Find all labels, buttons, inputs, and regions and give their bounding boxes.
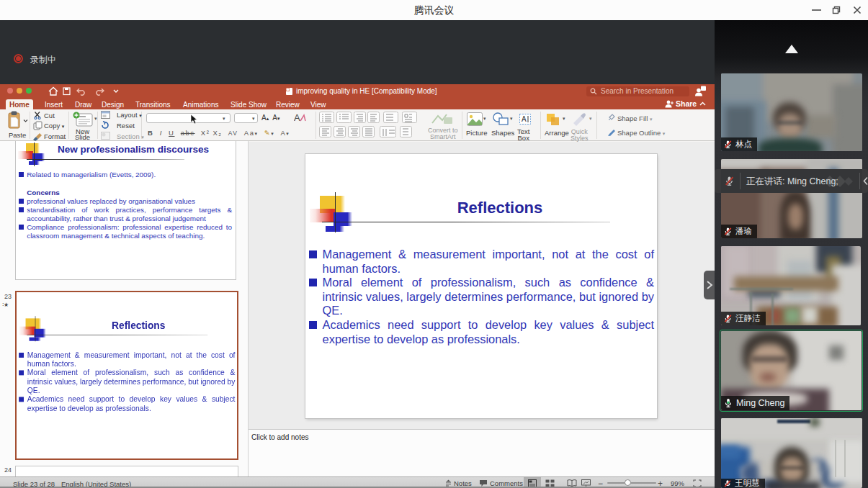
svg-text:A: A (294, 112, 300, 123)
svg-text:Share: Share (676, 99, 697, 108)
svg-text:A: A (522, 115, 527, 123)
